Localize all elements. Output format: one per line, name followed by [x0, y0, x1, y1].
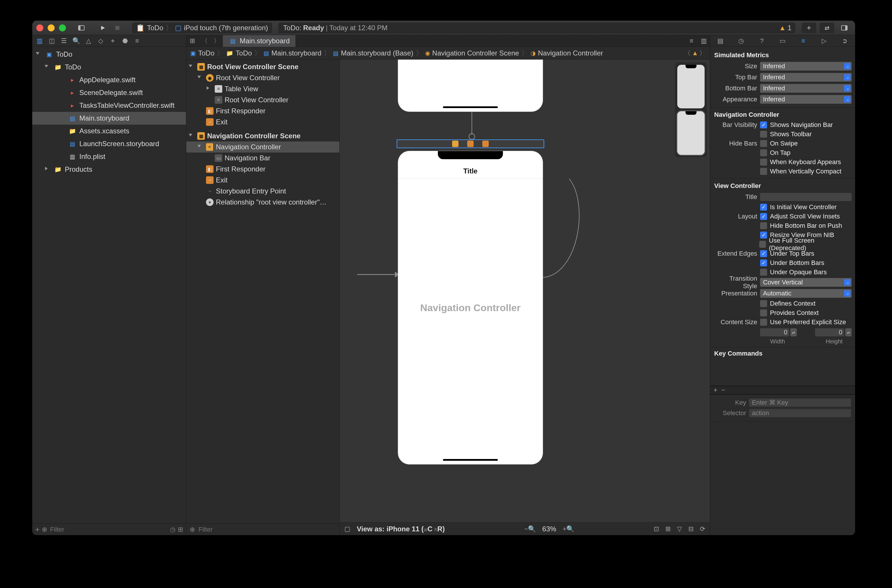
initial-vc-checkbox[interactable]: ✓ — [760, 204, 767, 211]
help-inspector-tab[interactable]: ? — [757, 37, 767, 45]
close-window-button[interactable] — [36, 24, 43, 32]
exit-row[interactable]: →Exit — [186, 175, 339, 186]
history-inspector-tab[interactable]: ◷ — [736, 37, 746, 45]
add-key-command-button[interactable]: + — [714, 386, 717, 394]
report-navigator-tab[interactable]: ≡ — [133, 37, 141, 45]
exit-row[interactable]: →Exit — [186, 117, 339, 128]
hide-bottom-push-checkbox[interactable] — [760, 222, 767, 229]
adjust-insets-checkbox[interactable]: ✓ — [760, 213, 767, 220]
issue-indicator[interactable]: ▲ 1 — [779, 24, 792, 32]
view-as-label[interactable]: View as: iPhone 11 (wC hR) — [357, 525, 445, 533]
identity-inspector-tab[interactable]: ▭ — [778, 37, 787, 45]
related-items-button[interactable]: ⊞ — [186, 35, 198, 47]
breakpoint-navigator-tab[interactable]: ⬣ — [121, 37, 129, 45]
storyboard-entry-arrow[interactable] — [357, 269, 401, 280]
file-row[interactable]: ▸AppDelegate.swift — [32, 74, 186, 86]
shows-toolbar-checkbox[interactable] — [760, 131, 767, 138]
scene-row[interactable]: ▦Root View Controller Scene — [186, 61, 339, 72]
file-inspector-tab[interactable]: ▤ — [716, 37, 726, 45]
scm-filter-button[interactable]: ⊞ — [178, 526, 183, 533]
appearance-popup[interactable]: Inferred⌄ — [760, 95, 852, 104]
hide-on-swipe-checkbox[interactable] — [760, 140, 767, 147]
inspector-body[interactable]: Simulated Metrics SizeInferred⌄ Top BarI… — [710, 47, 855, 535]
outline-tree[interactable]: ▦Root View Controller Scene ◉Root View C… — [186, 60, 339, 524]
outline-filter-input[interactable] — [198, 525, 336, 534]
update-frames-button[interactable]: ⟳ — [700, 525, 705, 533]
content-width-field[interactable] — [760, 328, 789, 336]
zoom-window-button[interactable] — [59, 24, 66, 32]
zoom-in-button[interactable]: +🔍 — [562, 525, 574, 533]
file-row[interactable]: ▸SceneDelegate.swift — [32, 86, 186, 99]
key-field[interactable]: Enter ⌘ Key — [749, 399, 851, 407]
code-review-button[interactable]: ⇄ — [820, 22, 834, 33]
root-vc-scene[interactable] — [398, 60, 543, 112]
use-preferred-size-checkbox[interactable] — [760, 319, 767, 326]
content-height-field[interactable] — [815, 328, 844, 336]
toggle-navigator-button[interactable] — [75, 22, 88, 33]
top-bar-popup[interactable]: Inferred⌄ — [760, 73, 852, 82]
nav-bar-row[interactable]: ▭Navigation Bar — [186, 153, 339, 164]
resolve-button[interactable]: ▽ — [677, 525, 682, 533]
canvas-minimap[interactable] — [675, 63, 707, 157]
editor-tab[interactable]: ▤ Main.storyboard — [223, 35, 296, 47]
height-stepper[interactable]: ▴▾ — [845, 328, 852, 336]
file-row[interactable]: ▤LaunchScreen.storyboard — [32, 137, 186, 150]
scene-row[interactable]: ▦Navigation Controller Scene — [186, 130, 339, 141]
attributes-inspector-tab[interactable]: ≡ — [798, 37, 808, 45]
recent-filter-button[interactable]: ◷ — [170, 526, 175, 533]
file-row[interactable]: ▸TasksTableViewController.swift — [32, 99, 186, 112]
width-stepper[interactable]: ▴▾ — [790, 328, 797, 336]
stop-button[interactable] — [111, 22, 124, 33]
hide-keyboard-checkbox[interactable] — [760, 159, 767, 166]
shows-nav-bar-checkbox[interactable]: ✓ — [760, 122, 767, 128]
ib-canvas[interactable]: Title Navigation Controller — [340, 60, 710, 522]
navigation-controller-scene[interactable]: Title Navigation Controller — [398, 151, 543, 465]
under-bottom-checkbox[interactable]: ✓ — [760, 260, 767, 266]
size-inspector-tab[interactable]: ▷ — [819, 37, 829, 45]
file-row[interactable]: 📁Assets.xcassets — [32, 124, 186, 137]
bottom-bar-popup[interactable]: Inferred⌄ — [760, 84, 852, 93]
zoom-level[interactable]: 63% — [542, 525, 556, 533]
zoom-out-button[interactable]: −🔍 — [524, 525, 536, 533]
provides-context-checkbox[interactable] — [760, 309, 767, 316]
source-control-navigator-tab[interactable]: ◫ — [47, 37, 56, 45]
pin-button[interactable]: ⊞ — [666, 525, 671, 533]
minimize-window-button[interactable] — [48, 24, 55, 32]
forward-button[interactable]: 〉 — [211, 35, 223, 47]
find-navigator-tab[interactable]: 🔍 — [72, 37, 81, 45]
debug-navigator-tab[interactable]: ⌖ — [108, 37, 117, 45]
file-row[interactable]: ▥Info.plist — [32, 150, 186, 163]
activity-status[interactable]: ToDo: Ready | Today at 12:40 PM ▲ 1 — [278, 22, 795, 33]
nav-controller-row-selected[interactable]: <Navigation Controller — [186, 141, 339, 153]
defines-context-checkbox[interactable] — [760, 300, 767, 307]
nav-item-row[interactable]: <Root View Controller — [186, 94, 339, 105]
hide-on-tap-checkbox[interactable] — [760, 149, 767, 156]
vc-title-field[interactable] — [760, 193, 852, 201]
group-row[interactable]: 📁 Products — [32, 163, 186, 176]
run-button[interactable] — [96, 22, 109, 33]
size-popup[interactable]: Inferred⌄ — [760, 62, 852, 70]
embed-button[interactable]: ⊟ — [688, 525, 694, 533]
scene-dock[interactable] — [397, 140, 544, 148]
connections-inspector-tab[interactable]: ➲ — [840, 37, 850, 45]
add-button[interactable]: + — [35, 525, 39, 534]
selector-field[interactable]: action — [749, 409, 851, 417]
toggle-outline-button[interactable]: ▢ — [344, 525, 351, 533]
project-tree[interactable]: ▣ ToDo 📁 ToDo ▸AppDelegate.swift ▸SceneD… — [32, 47, 186, 524]
jump-bar[interactable]: ▣ToDo〉 📁ToDo〉 ▤Main.storyboard〉 ▤Main.st… — [186, 47, 710, 60]
back-button[interactable]: 〈 — [198, 35, 211, 47]
library-button[interactable]: + — [802, 22, 816, 33]
transition-popup[interactable]: Cover Vertical⌄ — [760, 278, 852, 287]
entry-point-row[interactable]: →Storyboard Entry Point — [186, 186, 339, 196]
presentation-popup[interactable]: Automatic⌄ — [760, 289, 852, 298]
minimap-scene-selected[interactable] — [677, 111, 705, 155]
navigator-filter-input[interactable] — [49, 525, 168, 534]
jump-bar-issues[interactable]: 〈 ▲ 〉 — [684, 49, 706, 57]
adjust-editor-button[interactable]: ▥ — [698, 35, 710, 47]
file-row-selected[interactable]: ▤Main.storyboard — [32, 112, 186, 124]
under-opaque-checkbox[interactable] — [760, 269, 767, 276]
group-row[interactable]: 📁 ToDo — [32, 61, 186, 74]
first-responder-row[interactable]: ◧First Responder — [186, 105, 339, 117]
project-row[interactable]: ▣ ToDo — [32, 48, 186, 61]
issue-navigator-tab[interactable]: △ — [84, 37, 93, 45]
